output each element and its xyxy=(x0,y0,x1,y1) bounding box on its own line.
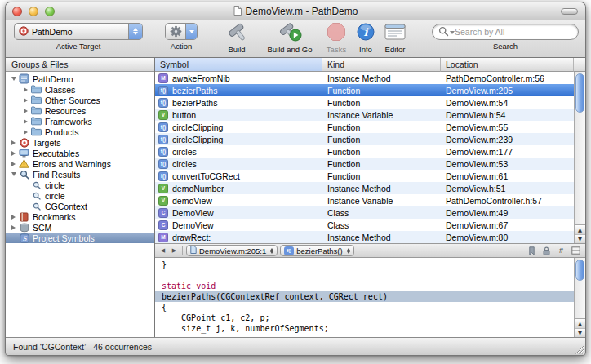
folder-icon xyxy=(30,127,42,137)
sidebar-item-find-results[interactable]: Find Results xyxy=(6,169,154,180)
disclosure-closed-icon[interactable] xyxy=(9,138,18,147)
editor-label: Editor xyxy=(385,45,406,54)
sidebar-item-pathdemo[interactable]: PathDemo xyxy=(6,73,154,84)
title-bar[interactable]: DemoView.m - PathDemo xyxy=(6,2,585,20)
document-proxy-icon[interactable] xyxy=(233,4,242,19)
build-label: Build xyxy=(228,45,245,54)
search-scope-arrow-icon xyxy=(450,31,455,34)
symbol-cell: MdrawRect: xyxy=(155,233,322,242)
editor-pane: } static voidbezierPaths(CGContextRef co… xyxy=(155,258,585,337)
sidebar-item-label: Errors and Warnings xyxy=(33,159,111,169)
kind-cell: Class xyxy=(322,220,441,230)
toolbar-toggle-button[interactable] xyxy=(561,8,578,15)
lock-icon[interactable] xyxy=(540,246,553,256)
table-row[interactable]: f()circleClippingFunctionDemoView.m:55 xyxy=(155,121,574,133)
file-history-popup[interactable]: DemoView.m:205:1 xyxy=(186,245,278,256)
sidebar-item-project-symbols[interactable]: SProject Symbols xyxy=(6,233,154,243)
disclosure-closed-icon[interactable] xyxy=(9,212,18,221)
disclosure-spacer xyxy=(9,233,18,242)
symbol-cell: VdemoView xyxy=(155,196,322,206)
disclosure-closed-icon[interactable] xyxy=(21,85,30,94)
minimize-button[interactable] xyxy=(29,7,38,16)
table-row[interactable]: f()circleClippingFunctionDemoView.m:239 xyxy=(155,133,574,145)
table-row[interactable]: VdemoNumberInstance MethodDemoView.h:51 xyxy=(155,182,574,194)
disclosure-closed-icon[interactable] xyxy=(9,223,18,232)
class-icon: C xyxy=(158,208,168,218)
column-header-symbol[interactable]: Symbol xyxy=(155,58,322,72)
table-scrollbar[interactable]: ▲ ▼ xyxy=(574,72,585,243)
sidebar-item-bookmarks[interactable]: Bookmarks xyxy=(6,211,154,222)
table-row[interactable]: f()circlesFunctionDemoView.m:177 xyxy=(155,145,574,158)
scm-icon xyxy=(18,222,30,233)
project-icon xyxy=(18,73,30,84)
forward-button[interactable]: ▶ xyxy=(170,247,179,254)
action-button[interactable] xyxy=(165,23,198,40)
symbol-name: demoNumber xyxy=(172,184,224,193)
counterpart-icon[interactable]: # xyxy=(555,246,567,256)
sidebar-item-errors-and-warnings[interactable]: Errors and Warnings xyxy=(6,158,154,169)
info-button[interactable]: i xyxy=(357,23,375,43)
table-scrollbar-thumb[interactable] xyxy=(575,73,584,113)
table-row[interactable]: VdemoViewInstance VariablePathDemoContro… xyxy=(155,194,574,206)
sidebar-item-scm[interactable]: SCM xyxy=(6,222,154,233)
column-header-location[interactable]: Location xyxy=(441,58,574,72)
table-row[interactable]: CDemoViewClassDemoView.m:49 xyxy=(155,206,574,219)
groups-files-header: Groups & Files xyxy=(6,58,154,72)
code-line: CGPoint c1, c2, p; xyxy=(162,313,574,323)
close-button[interactable] xyxy=(12,7,22,16)
sidebar-item-targets[interactable]: Targets xyxy=(6,137,154,148)
editor-scrollbar[interactable]: ▲ ▼ xyxy=(574,258,585,337)
active-target-popup[interactable]: PathDemo xyxy=(14,23,143,40)
sidebar-item-cgcontext[interactable]: CGContext xyxy=(6,201,154,211)
editor-button[interactable] xyxy=(384,23,406,43)
sidebar-item-circle[interactable]: circle xyxy=(6,180,154,190)
disclosure-closed-icon[interactable] xyxy=(21,106,30,115)
split-editor-icon[interactable] xyxy=(570,246,582,256)
resize-grip[interactable] xyxy=(574,344,584,354)
back-button[interactable]: ◀ xyxy=(158,247,167,254)
scroll-down-button[interactable]: ▼ xyxy=(575,234,585,243)
table-row[interactable]: f()circlesFunctionDemoView.m:53 xyxy=(155,158,574,170)
disclosure-closed-icon[interactable] xyxy=(9,149,18,158)
build-button[interactable] xyxy=(224,23,249,43)
sidebar-item-other-sources[interactable]: Other Sources xyxy=(6,95,154,105)
sidebar-item-frameworks[interactable]: Frameworks xyxy=(6,116,154,127)
folder-icon xyxy=(30,105,42,116)
table-row[interactable]: VbuttonInstance VariableDemoView.h:54 xyxy=(155,109,574,121)
code-editor[interactable]: } static voidbezierPaths(CGContextRef co… xyxy=(155,258,574,337)
disclosure-open-icon[interactable] xyxy=(9,74,18,83)
sidebar-item-products[interactable]: Products xyxy=(6,127,154,137)
disclosure-closed-icon[interactable] xyxy=(21,95,30,104)
action-dropdown-arrow[interactable] xyxy=(185,24,197,39)
function-popup[interactable]: f() bezierPaths() xyxy=(280,245,354,256)
sidebar-item-resources[interactable]: Resources xyxy=(6,105,154,116)
code-line: static void xyxy=(162,281,574,291)
sidebar-list: PathDemoClassesOther SourcesResourcesFra… xyxy=(6,72,154,337)
build-item: Build xyxy=(216,23,257,54)
sidebar-item-label: Executables xyxy=(33,149,79,158)
scroll-up-button[interactable]: ▲ xyxy=(575,319,585,328)
scroll-up-button[interactable]: ▲ xyxy=(575,225,585,234)
table-row[interactable]: MdrawRect:Instance MethodDemoView.m:80 xyxy=(155,231,574,243)
disclosure-closed-icon[interactable] xyxy=(21,117,30,126)
disclosure-closed-icon[interactable] xyxy=(21,127,30,136)
zoom-button[interactable] xyxy=(45,7,55,16)
build-and-go-button[interactable] xyxy=(277,23,303,43)
table-row[interactable]: f()bezierPathsFunctionDemoView.m:54 xyxy=(155,96,574,109)
column-header-kind[interactable]: Kind xyxy=(322,58,441,72)
hammer-icon xyxy=(224,22,249,45)
table-row[interactable]: f()convertToCGRectFunctionDemoView.m:61 xyxy=(155,170,574,182)
sidebar-item-executables[interactable]: Executables xyxy=(6,148,154,158)
disclosure-open-icon[interactable] xyxy=(9,170,18,179)
info-item: i Info xyxy=(353,23,378,54)
table-row[interactable]: MawakeFromNibInstance MethodPathDemoCont… xyxy=(155,72,574,84)
sidebar-item-classes[interactable]: Classes xyxy=(6,84,154,95)
symbol-name: bezierPaths xyxy=(172,98,217,108)
editor-scrollbar-thumb[interactable] xyxy=(575,260,584,281)
scroll-down-button[interactable]: ▼ xyxy=(575,328,585,337)
disclosure-closed-icon[interactable] xyxy=(9,159,18,168)
table-row[interactable]: CDemoViewClassDemoView.m:67 xyxy=(155,219,574,231)
table-row[interactable]: f()bezierPathsFunctionDemoView.m:205 xyxy=(155,84,574,96)
bookmark-icon[interactable] xyxy=(526,246,538,256)
sidebar-item-circle[interactable]: circle xyxy=(6,190,154,201)
